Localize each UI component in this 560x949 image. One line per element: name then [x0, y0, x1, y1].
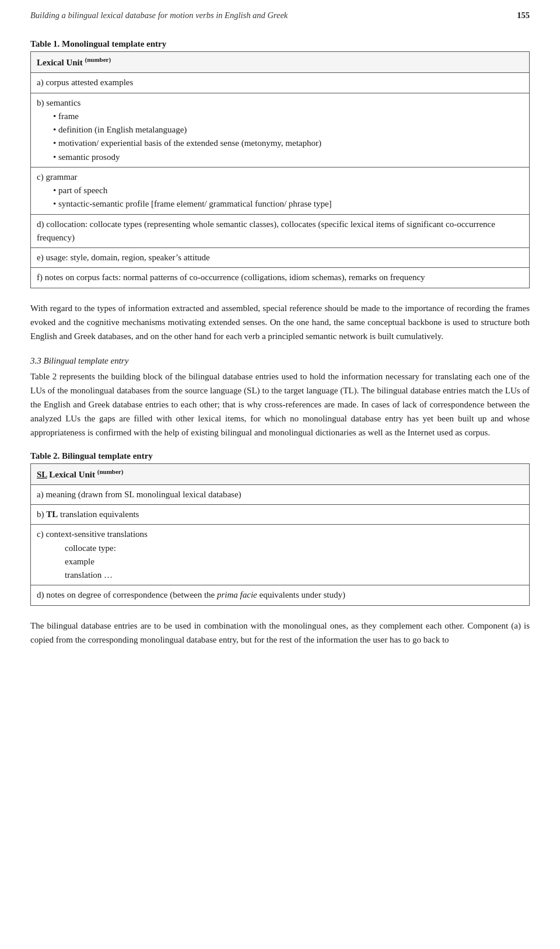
table-row: e) usage: style, domain, region, speaker… [31, 248, 530, 268]
table2-row-d: d) notes on degree of correspondence (be… [31, 585, 530, 605]
table-row: d) notes on degree of correspondence (be… [31, 585, 530, 605]
table1-row-b: b) semantics • frame • definition (in En… [31, 93, 530, 167]
table1-c-bullets: • part of speech • syntactic-semantic pr… [37, 184, 523, 211]
paragraph1: With regard to the types of information … [30, 301, 530, 343]
table2-c-subitems: collocate type: example translation … [37, 542, 523, 582]
table1: Lexical Unit (number) a) corpus attested… [30, 51, 530, 288]
table2-row-a: a) meaning (drawn from SL monolingual le… [31, 484, 530, 504]
section33-text: Table 2 represents the building block of… [30, 369, 530, 439]
table-row: c) context-sensitive translations colloc… [31, 525, 530, 585]
table1-row-f: f) notes on corpus facts: normal pattern… [31, 268, 530, 288]
table1-lexical-unit: Lexical Unit (number) [31, 52, 530, 73]
section33-heading: 3.3 Bilingual template entry [30, 356, 530, 366]
page: Building a bilingual lexical database fo… [0, 0, 560, 678]
lexical-unit-label: Lexical Unit [37, 58, 85, 67]
table2: SL Lexical Unit (number) a) meaning (dra… [30, 463, 530, 606]
table2-caption: Table 2. Bilingual template entry [30, 451, 530, 461]
sl-label: SL [37, 470, 47, 479]
table-row: Lexical Unit (number) [31, 52, 530, 73]
table-row: c) grammar • part of speech • syntactic-… [31, 167, 530, 214]
table-row: b) TL translation equivalents [31, 505, 530, 525]
table-row: a) corpus attested examples [31, 73, 530, 93]
table-row: d) collocation: collocate types (represe… [31, 214, 530, 248]
tl-label: TL [46, 510, 58, 519]
table1-row-d: d) collocation: collocate types (represe… [31, 214, 530, 248]
table-row: f) notes on corpus facts: normal pattern… [31, 268, 530, 288]
table-row: SL Lexical Unit (number) [31, 463, 530, 484]
table1-row-c: c) grammar • part of speech • syntactic-… [31, 167, 530, 214]
lexical-unit-superscript2: (number) [97, 468, 124, 475]
header-page-number: 155 [517, 11, 530, 20]
lexical-unit-superscript: (number) [85, 56, 111, 63]
page-header: Building a bilingual lexical database fo… [30, 11, 530, 23]
table1-row-a: a) corpus attested examples [31, 73, 530, 93]
table2-row-c: c) context-sensitive translations colloc… [31, 525, 530, 585]
table-row: a) meaning (drawn from SL monolingual le… [31, 484, 530, 504]
table-row: b) semantics • frame • definition (in En… [31, 93, 530, 167]
table1-row-e: e) usage: style, domain, region, speaker… [31, 248, 530, 268]
table1-b-bullets: • frame • definition (in English metalan… [37, 110, 523, 164]
table1-caption: Table 1. Monolingual template entry [30, 39, 530, 49]
prima-facie-text: prima facie [217, 590, 257, 599]
lexical-unit-label2: Lexical Unit [49, 470, 97, 479]
paragraph-final: The bilingual database entries are to be… [30, 619, 530, 647]
table2-lexical-unit: SL Lexical Unit (number) [31, 463, 530, 484]
table2-row-b: b) TL translation equivalents [31, 505, 530, 525]
header-title: Building a bilingual lexical database fo… [30, 11, 288, 20]
